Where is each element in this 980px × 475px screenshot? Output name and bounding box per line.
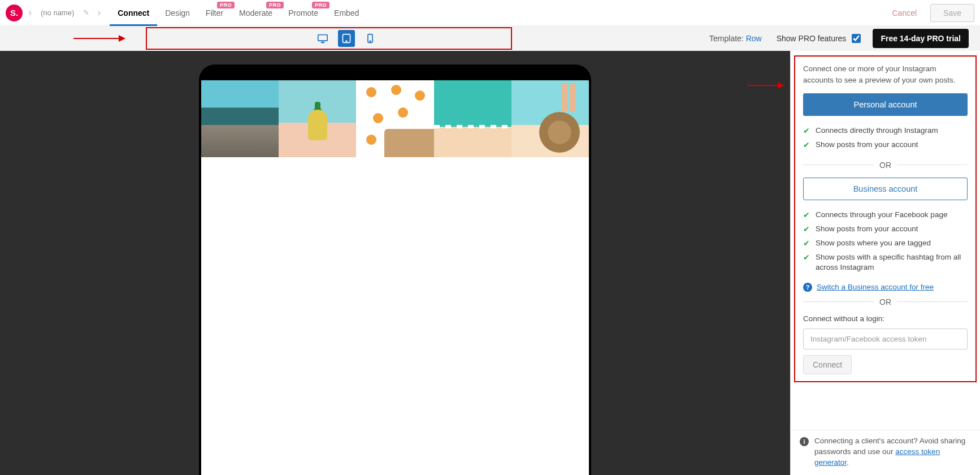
svg-point-2 [346, 41, 347, 42]
tab-embed[interactable]: Embed [326, 0, 367, 25]
connect-button[interactable]: Connect [803, 355, 852, 374]
template-label-text: Template: [709, 34, 744, 43]
feature-text: Show posts with a specific hashtag from … [816, 252, 968, 273]
feed-thumb[interactable] [201, 80, 279, 157]
device-frame [199, 64, 591, 475]
annotation-arrow [747, 85, 783, 86]
top-nav: S. › (no name) ✎ › Connect Design Filter… [0, 0, 980, 26]
tab-filter[interactable]: FilterPRO [198, 0, 231, 25]
feed-row [201, 80, 589, 157]
tab-promote[interactable]: PromotePRO [280, 0, 326, 25]
or-divider: OR [803, 161, 968, 170]
main-area: Connect one or more of your Instagram ac… [0, 51, 980, 475]
check-icon: ✔ [803, 239, 811, 249]
help-icon[interactable]: ? [803, 283, 812, 292]
or-text: OR [879, 161, 891, 170]
footer-text: Connecting a client's account? Avoid sha… [814, 436, 971, 468]
connect-intro: Connect one or more of your Instagram ac… [803, 63, 968, 85]
business-account-button[interactable]: Business account [803, 178, 968, 200]
feed-thumb[interactable] [356, 80, 433, 157]
annotation-arrow [73, 38, 124, 39]
preview-canvas [0, 51, 790, 475]
tablet-icon[interactable] [338, 30, 355, 47]
tab-label: Connect [118, 8, 149, 18]
tab-label: Promote [288, 8, 318, 18]
device-screen [201, 80, 589, 475]
info-icon: i [800, 437, 809, 446]
feature-text: Show posts where you are tagged [816, 238, 931, 248]
tab-design[interactable]: Design [157, 0, 198, 25]
personal-account-button[interactable]: Personal account [803, 93, 968, 116]
list-item: ✔Connects through your Facebook page [803, 208, 968, 222]
or-text: OR [879, 297, 891, 306]
list-item: ✔Connects directly through Instagram [803, 124, 968, 138]
list-item: ✔Show posts from your account [803, 138, 968, 152]
business-features: ✔Connects through your Facebook page ✔Sh… [803, 208, 968, 275]
tab-label: Embed [334, 8, 359, 18]
feature-text: Connects directly through Instagram [816, 126, 938, 136]
list-item: ✔Show posts from your account [803, 222, 968, 236]
tab-moderate[interactable]: ModeratePRO [231, 0, 280, 25]
tab-connect[interactable]: Connect [110, 0, 157, 25]
check-icon: ✔ [803, 140, 811, 150]
chevron-right-icon: › [26, 7, 34, 19]
feed-thumb[interactable] [279, 80, 356, 157]
save-button[interactable]: Save [930, 4, 974, 22]
cancel-link[interactable]: Cancel [892, 8, 917, 18]
feed-thumb[interactable] [434, 80, 511, 157]
switch-business-link[interactable]: Switch a Business account for free [817, 283, 934, 291]
tab-label: Filter [206, 8, 223, 18]
check-icon: ✔ [803, 224, 811, 235]
mobile-icon[interactable] [362, 30, 379, 47]
show-pro-label: Show PRO features [777, 34, 847, 43]
check-icon: ✔ [803, 126, 811, 136]
breadcrumb-name[interactable]: (no name) [37, 8, 77, 17]
feature-text: Show posts from your account [816, 140, 918, 150]
template-label: Template: Row [709, 34, 762, 43]
app-logo[interactable]: S. [6, 5, 23, 21]
chevron-right-icon: › [95, 7, 103, 19]
free-trial-button[interactable]: Free 14-day PRO trial [873, 29, 969, 48]
viewport-switcher [314, 26, 379, 51]
connect-without-label: Connect without a login: [803, 314, 968, 323]
side-panel: Connect one or more of your Instagram ac… [790, 51, 980, 475]
check-icon: ✔ [803, 253, 811, 263]
feature-text: Show posts from your account [816, 224, 918, 234]
access-token-input[interactable] [803, 329, 968, 349]
or-divider: OR [803, 297, 968, 306]
list-item: ✔Show posts with a specific hashtag from… [803, 251, 968, 274]
footer-text-b: . [847, 458, 849, 467]
toolbar: Template: Row Show PRO features Free 14-… [0, 26, 980, 51]
svg-point-4 [370, 41, 371, 42]
personal-features: ✔Connects directly through Instagram ✔Sh… [803, 124, 968, 152]
feature-text: Connects through your Facebook page [816, 210, 947, 220]
footer-note: i Connecting a client's account? Avoid s… [791, 430, 980, 475]
tab-label: Design [165, 8, 190, 18]
feed-thumb[interactable] [511, 80, 589, 157]
show-pro-checkbox[interactable] [852, 34, 861, 43]
pencil-icon[interactable]: ✎ [81, 8, 92, 17]
svg-rect-0 [318, 34, 327, 41]
switch-business-help: ? Switch a Business account for free [803, 283, 968, 292]
desktop-icon[interactable] [314, 30, 331, 47]
check-icon: ✔ [803, 210, 811, 221]
list-item: ✔Show posts where you are tagged [803, 236, 968, 251]
template-link[interactable]: Row [746, 34, 762, 43]
tab-label: Moderate [239, 8, 272, 18]
annotation-box: Connect one or more of your Instagram ac… [794, 55, 977, 382]
footer-text-a: Connecting a client's account? Avoid sha… [814, 437, 965, 456]
show-pro-toggle[interactable]: Show PRO features [777, 32, 863, 45]
nav-tabs: Connect Design FilterPRO ModeratePRO Pro… [110, 0, 367, 25]
